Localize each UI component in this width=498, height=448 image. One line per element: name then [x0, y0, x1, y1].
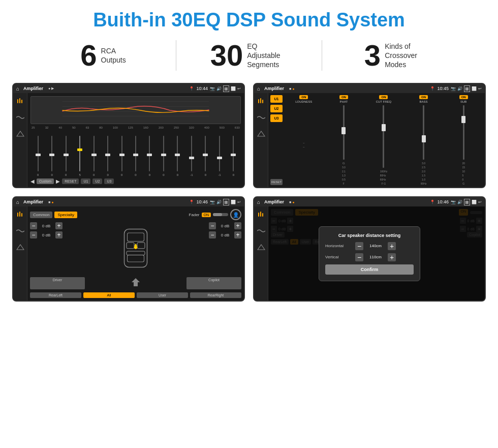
- camera-icon: 📷: [210, 86, 215, 91]
- amp-sidebar: [254, 93, 268, 187]
- eq-slider-2[interactable]: 0: [45, 136, 58, 176]
- amp-sidebar-icon-1[interactable]: [256, 96, 266, 106]
- cross-rearright-btn[interactable]: RearRight: [190, 292, 241, 298]
- svg-rect-1: [19, 98, 20, 103]
- eq-slider-4[interactable]: 5: [73, 136, 86, 176]
- db-plus-1[interactable]: +: [55, 222, 63, 229]
- eq-preset-custom[interactable]: Custom: [37, 178, 54, 184]
- dialog-vertical-minus[interactable]: −: [355, 253, 363, 261]
- dialog-sidebar-icon-1[interactable]: [256, 210, 266, 220]
- db-minus-4[interactable]: −: [209, 231, 216, 238]
- amp-back-icon: ↩: [478, 86, 482, 91]
- amp-dots: ■ ●: [289, 87, 294, 91]
- svg-rect-20: [127, 243, 134, 249]
- dialog-horizontal-plus[interactable]: +: [388, 242, 396, 250]
- cross-rearleft-btn[interactable]: RearLeft: [30, 292, 81, 298]
- cross-sidebar-icon-3[interactable]: [15, 242, 25, 252]
- amp-sidebar-icon-3[interactable]: [256, 129, 266, 139]
- dialog-vertical-row: Vertical − 110cm +: [325, 253, 414, 261]
- db-value-1: 0 dB: [39, 224, 53, 228]
- cross-driver-btn[interactable]: Driver: [30, 277, 85, 289]
- amp-sidebar-icon-2[interactable]: [256, 112, 266, 123]
- amp-u3-preset[interactable]: U3: [270, 114, 283, 122]
- eq-slider-15[interactable]: 0: [227, 136, 240, 176]
- eq-slider-1[interactable]: 0: [32, 136, 44, 176]
- amp-u1-preset[interactable]: U1: [270, 95, 283, 103]
- cross-specialty-tab[interactable]: Specialty: [54, 212, 77, 218]
- eq-slider-6[interactable]: 0: [101, 136, 114, 176]
- dialog-screen-title: Amplifier: [264, 199, 284, 204]
- eq-u2-btn[interactable]: U2: [92, 178, 102, 184]
- eq-slider-5[interactable]: 0: [87, 136, 100, 176]
- cross-user-btn[interactable]: User: [137, 292, 188, 298]
- dialog-horizontal-minus[interactable]: −: [355, 242, 363, 250]
- dialog-location-icon: 📍: [430, 200, 435, 204]
- cross-grid-icon: ▦: [223, 199, 229, 205]
- amp-bass-label: BASS: [420, 100, 428, 103]
- svg-marker-29: [258, 245, 265, 250]
- eq-u3-btn[interactable]: U3: [104, 178, 114, 184]
- cross-right-controls: − 0 dB + − 0 dB +: [201, 222, 241, 274]
- fader-on-btn[interactable]: ON: [202, 213, 211, 217]
- svg-rect-9: [258, 99, 259, 103]
- cross-status-icons: 📷 🔊 ▦ ⬜ ↩: [210, 199, 241, 205]
- amp-time: 10:45: [437, 86, 449, 91]
- distance-dialog: Car speaker distance setting Horizontal …: [319, 226, 420, 281]
- amp-volume-icon: 🔊: [457, 86, 462, 91]
- eq-prev-btn[interactable]: ◀: [30, 178, 35, 184]
- db-minus-1[interactable]: −: [30, 222, 37, 229]
- cross-sidebar-icon-2[interactable]: [15, 226, 25, 236]
- cross-time: 10:46: [196, 199, 208, 204]
- eq-slider-10[interactable]: 0: [157, 136, 170, 176]
- eq-sidebar-icon-2[interactable]: [15, 112, 25, 123]
- dialog-vertical-plus[interactable]: +: [388, 253, 396, 261]
- amp-sub-on[interactable]: ON: [459, 95, 468, 99]
- eq-sidebar-icon-1[interactable]: [15, 96, 25, 106]
- cross-common-tab[interactable]: Common: [30, 212, 52, 218]
- svg-rect-14: [19, 212, 20, 217]
- eq-slider-8[interactable]: 0: [129, 136, 142, 176]
- amp-bass-on[interactable]: ON: [419, 95, 428, 99]
- eq-status-icons: 📷 🔊 ▦ ⬜ ↩: [210, 85, 241, 92]
- eq-slider-11[interactable]: 0: [171, 136, 184, 176]
- eq-u1-btn[interactable]: U1: [81, 178, 90, 184]
- cross-sidebar-icon-1[interactable]: [15, 210, 25, 220]
- dialog-vertical-value: 110cm: [365, 255, 386, 259]
- dialog-volume-icon: 🔊: [457, 200, 462, 204]
- amp-loudness-on[interactable]: ON: [299, 95, 308, 99]
- dialog-sidebar-icon-2[interactable]: [256, 226, 266, 236]
- db-plus-4[interactable]: +: [234, 231, 241, 238]
- amp-phat-on[interactable]: ON: [339, 95, 348, 99]
- eq-next-btn[interactable]: ▶: [56, 178, 60, 184]
- db-plus-3[interactable]: +: [234, 222, 241, 229]
- confirm-button[interactable]: Confirm: [325, 264, 414, 275]
- svg-rect-10: [260, 98, 261, 103]
- db-plus-2[interactable]: +: [55, 231, 63, 238]
- cross-main-area: − 0 dB + − 0 dB +: [30, 222, 241, 274]
- eq-slider-7[interactable]: 0: [115, 136, 128, 176]
- eq-sidebar-icon-3[interactable]: [15, 129, 25, 139]
- cross-all-btn[interactable]: All: [83, 292, 135, 298]
- db-row-4: − 0 dB +: [209, 231, 241, 238]
- svg-rect-2: [21, 100, 22, 103]
- cross-dots: ■ ●: [48, 200, 53, 204]
- eq-reset-btn[interactable]: RESET: [62, 178, 79, 184]
- eq-slider-12[interactable]: -1: [185, 136, 198, 176]
- amp-cutfreq-on[interactable]: ON: [379, 95, 388, 99]
- eq-slider-13[interactable]: 0: [199, 136, 212, 176]
- eq-slider-14[interactable]: -1: [213, 136, 226, 176]
- db-minus-2[interactable]: −: [30, 231, 37, 238]
- amp-reset-btn[interactable]: RESET: [270, 179, 283, 185]
- avatar-icon[interactable]: 👤: [230, 209, 241, 220]
- eq-slider-3[interactable]: 0: [59, 136, 72, 176]
- db-minus-3[interactable]: −: [209, 222, 216, 229]
- eq-sidebar: [13, 93, 27, 187]
- amp-u2-preset[interactable]: U2: [270, 105, 283, 112]
- svg-point-23: [134, 246, 137, 249]
- cross-copilot-btn[interactable]: Copilot: [186, 277, 241, 289]
- eq-slider-9[interactable]: 0: [143, 136, 156, 176]
- dialog-horizontal-value: 140cm: [365, 244, 386, 248]
- amp-panel: U1 U2 U3 RESET ON LOUDNESS ~ ~: [268, 93, 485, 187]
- svg-rect-21: [137, 243, 145, 249]
- dialog-sidebar-icon-3[interactable]: [256, 242, 266, 252]
